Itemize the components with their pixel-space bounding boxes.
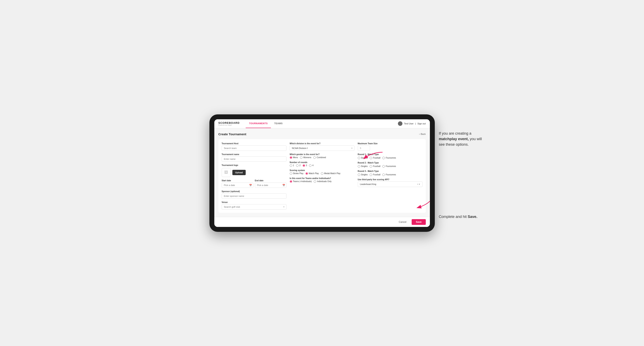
round3-foursomes[interactable]: Foursomes bbox=[382, 173, 396, 176]
tournament-name-label: Tournament name bbox=[222, 153, 286, 156]
round3-fourball-radio[interactable] bbox=[370, 173, 372, 176]
scoring-stroke-radio[interactable] bbox=[290, 172, 292, 175]
scoring-medal[interactable]: Medal Match Play bbox=[321, 172, 340, 175]
round-3[interactable]: 3 bbox=[303, 164, 307, 167]
logo-upload-area: 🖼 Upload bbox=[222, 168, 286, 177]
round1-fourball-radio[interactable] bbox=[370, 157, 372, 159]
round-1[interactable]: 1 bbox=[290, 164, 294, 167]
annotation-bold-save: Save. bbox=[468, 215, 478, 219]
gender-mens-radio[interactable] bbox=[290, 156, 292, 159]
round-1-radio[interactable] bbox=[290, 164, 292, 167]
form-col-1: Tournament Host Tournament name Tourname… bbox=[222, 142, 286, 209]
start-date-group: Start date 📅 bbox=[222, 179, 253, 188]
back-button[interactable]: ‹ Back bbox=[419, 133, 426, 135]
round-4-radio[interactable] bbox=[309, 164, 312, 167]
sponsor-group: Sponsor (optional) bbox=[222, 190, 286, 199]
scoring-match[interactable]: Match Play bbox=[306, 172, 319, 175]
annotation-bottom: Complete and hit Save. bbox=[439, 214, 488, 219]
sponsor-input[interactable] bbox=[222, 193, 286, 199]
round2-foursomes-radio[interactable] bbox=[382, 165, 385, 168]
round2-fourball[interactable]: Fourball bbox=[370, 165, 380, 168]
sign-out-link[interactable]: Sign out bbox=[418, 122, 426, 125]
round2-singles[interactable]: Singles bbox=[358, 165, 368, 168]
content-area: Create Tournament ‹ Back Tournament Host… bbox=[214, 128, 430, 217]
round2-singles-radio[interactable] bbox=[358, 165, 360, 168]
logo-placeholder: 🖼 bbox=[222, 168, 231, 177]
user-name: Test User bbox=[404, 122, 414, 125]
round3-fourball[interactable]: Fourball bbox=[370, 173, 380, 176]
bottom-bar: Cancel Save bbox=[214, 217, 430, 227]
round1-radio-group: Singles Fourball Foursomes bbox=[358, 157, 422, 159]
round3-label: Round 3 - Match Type bbox=[358, 170, 422, 172]
start-date-wrap: 📅 bbox=[222, 182, 253, 188]
scoring-medal-radio[interactable] bbox=[321, 172, 323, 175]
tournament-host-input[interactable] bbox=[222, 146, 286, 151]
round1-fourball[interactable]: Fourball bbox=[370, 157, 380, 159]
round2-foursomes[interactable]: Foursomes bbox=[382, 165, 396, 168]
gender-womens-radio[interactable] bbox=[300, 156, 302, 159]
individuals-radio[interactable] bbox=[314, 180, 316, 183]
division-select-wrap: NCAA Division I ▼ bbox=[290, 146, 354, 151]
cancel-button[interactable]: Cancel bbox=[396, 219, 410, 225]
round-2[interactable]: 2 bbox=[296, 164, 300, 167]
division-select[interactable]: NCAA Division I bbox=[290, 146, 354, 151]
gender-combined-radio[interactable] bbox=[313, 156, 316, 159]
round2-match-type: Round 2 - Match Type Singles Fourball Fo… bbox=[358, 162, 422, 168]
save-button[interactable]: Save bbox=[412, 219, 426, 225]
round-4[interactable]: 4 bbox=[309, 164, 314, 167]
api-selected-value: Leaderboard King bbox=[360, 183, 376, 185]
venue-input[interactable] bbox=[222, 204, 286, 209]
round3-singles[interactable]: Singles bbox=[358, 173, 368, 176]
tournament-logo-group: Tournament logo 🖼 Upload bbox=[222, 164, 286, 177]
sponsor-label: Sponsor (optional) bbox=[222, 190, 286, 192]
nav-tabs: TOURNAMENTS TEAMS bbox=[246, 119, 398, 128]
round3-radio-group: Singles Fourball Foursomes bbox=[358, 173, 422, 176]
logo-sub: Powered by clippit bbox=[218, 124, 240, 126]
gender-combined[interactable]: Combined bbox=[313, 156, 326, 159]
annotation-right: If you are creating a matchplay event, y… bbox=[439, 131, 488, 147]
max-team-size-input[interactable] bbox=[358, 146, 370, 151]
round3-foursomes-radio[interactable] bbox=[382, 173, 385, 176]
gender-mens[interactable]: Mens bbox=[290, 156, 298, 159]
gender-label: Which gender is the event for? bbox=[290, 153, 354, 156]
upload-button[interactable]: Upload bbox=[232, 170, 246, 175]
individuals-option[interactable]: Individuals Only bbox=[314, 180, 332, 183]
start-date-input[interactable] bbox=[222, 182, 253, 188]
tournament-host-group: Tournament Host bbox=[222, 142, 286, 151]
teams-label: Is this event for Teams and/or Individua… bbox=[290, 177, 354, 179]
api-select-wrap[interactable]: Leaderboard King × ▾ bbox=[358, 181, 422, 187]
tab-teams[interactable]: TEAMS bbox=[271, 119, 286, 128]
scoring-group: Scoring system Stroke Play Match Play Me… bbox=[290, 169, 354, 175]
gender-womens[interactable]: Womens bbox=[300, 156, 311, 159]
api-close-icon[interactable]: × ▾ bbox=[417, 183, 420, 185]
scoring-match-radio[interactable] bbox=[306, 172, 308, 175]
round1-singles-radio[interactable] bbox=[358, 157, 360, 159]
scoring-stroke[interactable]: Stroke Play bbox=[290, 172, 304, 175]
tab-tournaments[interactable]: TOURNAMENTS bbox=[246, 119, 271, 128]
round3-singles-radio[interactable] bbox=[358, 173, 360, 176]
round1-foursomes[interactable]: Foursomes bbox=[382, 157, 396, 159]
tablet-frame: SCOREBOARD Powered by clippit TOURNAMENT… bbox=[210, 114, 435, 232]
end-date-group: End date 📅 bbox=[255, 179, 286, 188]
nav-right: Test User | Sign out bbox=[398, 121, 426, 126]
tournament-name-input[interactable] bbox=[222, 156, 286, 162]
tournament-host-label: Tournament Host bbox=[222, 142, 286, 145]
venue-group: Venue ▼ bbox=[222, 201, 286, 209]
logo-text: SCOREBOARD bbox=[218, 121, 240, 124]
end-date-input[interactable] bbox=[255, 182, 286, 188]
round-2-radio[interactable] bbox=[296, 164, 298, 167]
teams-option[interactable]: Teams (+Individuals) bbox=[290, 180, 312, 183]
tablet-screen: SCOREBOARD Powered by clippit TOURNAMENT… bbox=[214, 119, 430, 227]
api-group: Use third-party live scoring API? Leader… bbox=[358, 178, 422, 187]
gender-group: Which gender is the event for? Mens Wome… bbox=[290, 153, 354, 159]
date-row: Start date 📅 End date 📅 bbox=[222, 179, 286, 188]
rounds-radio-group: 1 2 3 4 bbox=[290, 164, 354, 167]
round1-foursomes-radio[interactable] bbox=[382, 157, 385, 159]
calendar-icon-end: 📅 bbox=[282, 184, 285, 186]
round1-singles[interactable]: Singles bbox=[358, 157, 368, 159]
round-3-radio[interactable] bbox=[303, 164, 305, 167]
teams-radio[interactable] bbox=[290, 180, 292, 183]
venue-select-wrap: ▼ bbox=[222, 204, 286, 209]
round2-fourball-radio[interactable] bbox=[370, 165, 372, 168]
page-header: Create Tournament ‹ Back bbox=[218, 132, 426, 136]
